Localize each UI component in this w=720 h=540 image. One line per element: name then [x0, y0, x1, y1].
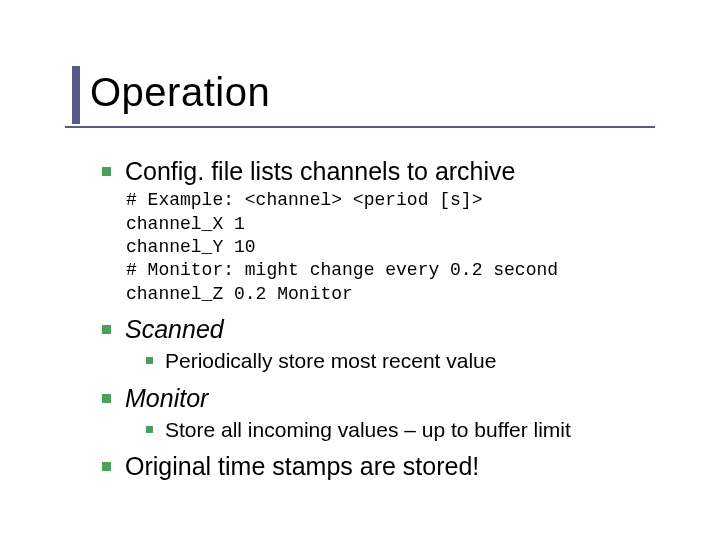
square-bullet-icon	[146, 426, 153, 433]
list-item-text: Config. file lists channels to archive	[125, 156, 515, 187]
sub-list-item-text: Store all incoming values – up to buffer…	[165, 416, 571, 443]
sub-list-item-text: Periodically store most recent value	[165, 347, 496, 374]
square-bullet-icon	[102, 167, 111, 176]
sub-list-item: Store all incoming values – up to buffer…	[146, 416, 662, 443]
list-item-text: Scanned	[125, 314, 224, 345]
slide: Operation Config. file lists channels to…	[0, 0, 720, 540]
slide-title: Operation	[90, 70, 270, 115]
title-underline	[65, 126, 655, 128]
list-item: Scanned	[102, 314, 662, 345]
code-block: # Example: <channel> <period [s]> channe…	[126, 189, 662, 306]
title-accent-bar	[72, 66, 80, 124]
square-bullet-icon	[102, 462, 111, 471]
slide-body: Config. file lists channels to archive #…	[102, 150, 662, 485]
list-item-text: Original time stamps are stored!	[125, 451, 479, 482]
square-bullet-icon	[102, 394, 111, 403]
list-item: Monitor	[102, 383, 662, 414]
square-bullet-icon	[102, 325, 111, 334]
sub-list-item: Periodically store most recent value	[146, 347, 662, 374]
list-item-text: Monitor	[125, 383, 208, 414]
square-bullet-icon	[146, 357, 153, 364]
list-item: Original time stamps are stored!	[102, 451, 662, 482]
list-item: Config. file lists channels to archive #…	[102, 156, 662, 306]
